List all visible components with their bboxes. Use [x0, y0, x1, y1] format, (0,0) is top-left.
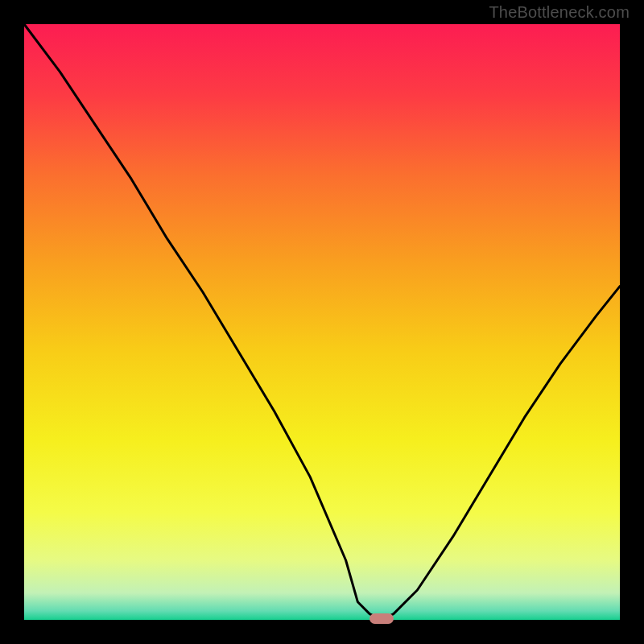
svg-rect-2 [369, 613, 394, 624]
attribution-text: TheBottleneck.com [489, 3, 630, 22]
bottleneck-chart [0, 0, 644, 644]
svg-rect-1 [24, 24, 620, 620]
chart-container: TheBottleneck.com [0, 0, 644, 644]
